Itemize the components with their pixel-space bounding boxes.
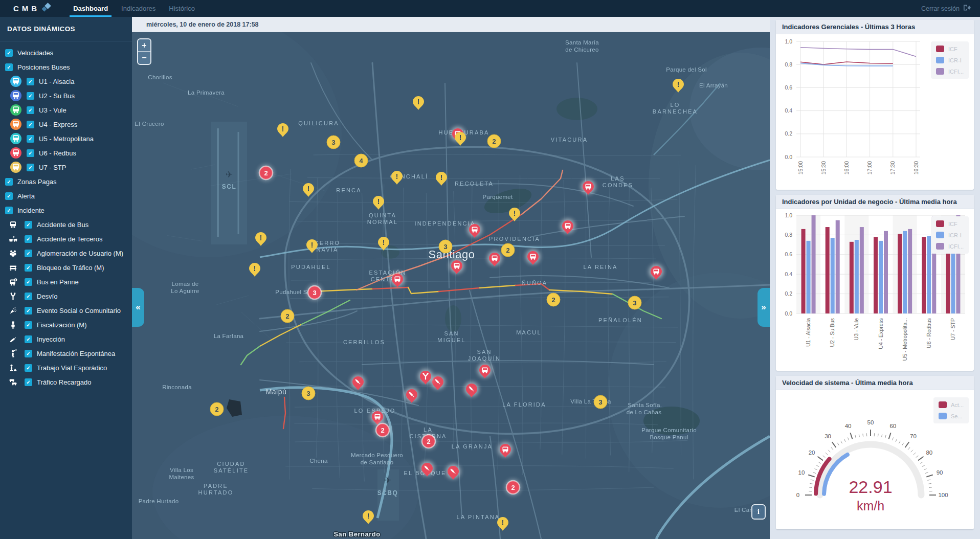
checkbox[interactable]: ✓ — [25, 278, 32, 286]
sidebar-item-velocidades[interactable]: ✓Velocidades — [0, 46, 132, 60]
svg-text:0.8: 0.8 — [785, 61, 792, 68]
sidebar-item-desv-o[interactable]: ✓Desvío — [0, 289, 132, 303]
checkbox[interactable]: ✓ — [25, 378, 32, 386]
zoom-out-button[interactable]: − — [138, 52, 150, 64]
sidebar-item-u4-express[interactable]: ✓U4 - Express — [0, 117, 132, 131]
collapse-panel-button[interactable]: » — [758, 288, 770, 327]
svg-text:50: 50 — [867, 419, 874, 425]
alert-cluster[interactable]: 3 — [628, 296, 641, 309]
checkbox[interactable]: ✓ — [27, 149, 34, 157]
incident-cluster[interactable]: 2 — [421, 434, 436, 449]
gauge-unit: km/h — [857, 499, 884, 513]
legend-item[interactable]: ICF — [936, 46, 964, 52]
checkbox[interactable]: ✓ — [25, 335, 32, 343]
sidebar-item-zonas-pagas[interactable]: ✓Zonas Pagas — [0, 174, 132, 189]
svg-text:!: ! — [514, 209, 516, 217]
alert-cluster[interactable]: 2 — [281, 309, 294, 323]
checkbox[interactable]: ✓ — [27, 78, 34, 85]
sidebar-item-u5-metropolitana[interactable]: ✓U5 - Metropolitana — [0, 131, 132, 146]
bar — [801, 229, 806, 313]
sidebar-item-trabajo-vial-espor-dico[interactable]: ✓Trabajo Vial Esporádico — [0, 361, 132, 375]
svg-text:!: ! — [254, 264, 256, 273]
alert-cluster[interactable]: 4 — [354, 154, 368, 167]
incident-cluster[interactable]: 2 — [375, 422, 390, 438]
incident-cluster[interactable]: 2 — [258, 165, 274, 181]
alert-cluster[interactable]: 2 — [210, 402, 224, 416]
sidebar-item-alerta[interactable]: ✓Alerta — [0, 189, 132, 203]
map-label: Maipú — [266, 388, 287, 396]
legend-item[interactable]: Se... — [939, 413, 964, 419]
bus-line-icon — [10, 90, 21, 101]
legend-item[interactable]: ICR-I — [936, 232, 964, 238]
map-svg[interactable]: ChorillosLa PrimaveraEl CruceroSanta Mar… — [132, 32, 770, 539]
checkbox[interactable]: ✓ — [5, 63, 13, 71]
alert-cluster[interactable]: 2 — [487, 134, 501, 148]
sidebar-item-incidente[interactable]: ✓Incidente — [0, 203, 132, 217]
alert-cluster[interactable]: 3 — [302, 387, 315, 400]
nav-tab-dashboard[interactable]: Dashboard — [66, 0, 115, 17]
legend-item[interactable]: ICF — [936, 220, 964, 227]
checkbox[interactable]: ✓ — [25, 293, 32, 300]
sidebar-item-accidente-de-bus[interactable]: ✓Accidente de Bus — [0, 217, 132, 232]
checkbox[interactable]: ✓ — [27, 121, 34, 128]
sidebar-item-accidente-de-terceros[interactable]: ✓Accidente de Terceros — [0, 232, 132, 246]
alert-cluster[interactable]: 3 — [327, 136, 340, 149]
svg-text:!: ! — [383, 238, 385, 246]
nav-tab-histórico[interactable]: Histórico — [162, 0, 202, 17]
alert-cluster[interactable]: 2 — [501, 243, 515, 257]
sidebar-item-bus-en-panne[interactable]: ✓Bus en Panne — [0, 275, 132, 289]
checkbox[interactable]: ✓ — [27, 164, 34, 171]
sidebar-item-manifestaci-n-espont-nea[interactable]: ✓Manifestación Espontánea — [0, 346, 132, 361]
legend-item[interactable]: Act... — [939, 401, 964, 408]
sidebar-item-fiscalizaci-n-m[interactable]: ✓Fiscalización (M) — [0, 318, 132, 332]
checkbox[interactable]: ✓ — [25, 350, 32, 357]
zoom-in-button[interactable]: + — [138, 39, 150, 52]
bus-accident-icon — [7, 220, 18, 229]
legend-item[interactable]: ICFI... — [936, 243, 964, 250]
checkbox[interactable]: ✓ — [5, 192, 13, 200]
checkbox[interactable]: ✓ — [25, 264, 32, 272]
logout-icon — [963, 4, 971, 13]
map-canvas[interactable]: + − « » i ChorillosLa PrimaveraEl Crucer… — [132, 32, 770, 539]
checkbox[interactable]: ✓ — [25, 307, 32, 315]
svg-text:40: 40 — [845, 423, 852, 429]
logout-button[interactable]: Cerrar sesión — [921, 4, 971, 13]
sidebar-item-u3-vule[interactable]: ✓U3 - Vule — [0, 103, 132, 117]
checkbox[interactable]: ✓ — [25, 321, 32, 329]
sidebar-item-posiciones-buses[interactable]: ✓Posiciones Buses — [0, 60, 132, 74]
legend-item[interactable]: ICFI... — [936, 68, 964, 75]
checkbox[interactable]: ✓ — [27, 106, 34, 114]
alert-cluster[interactable]: 2 — [547, 293, 560, 306]
collapse-sidebar-button[interactable]: « — [132, 288, 144, 327]
legend-item[interactable]: ICR-I — [936, 57, 964, 63]
checkbox[interactable]: ✓ — [5, 207, 13, 214]
nav-tab-indicadores[interactable]: Indicadores — [115, 0, 162, 17]
sidebar-item-evento-social-o-comunitario[interactable]: ✓Evento Social o Comunitario — [0, 303, 132, 318]
sidebar-item-inyecci-n[interactable]: ✓Inyección — [0, 332, 132, 346]
checkbox[interactable]: ✓ — [5, 178, 13, 186]
map-label: NAVIA — [316, 246, 338, 253]
sidebar-item-u6-redbus[interactable]: ✓U6 - Redbus — [0, 146, 132, 160]
checkbox[interactable]: ✓ — [5, 49, 13, 57]
checkbox[interactable]: ✓ — [25, 235, 32, 243]
checkbox[interactable]: ✓ — [25, 221, 32, 229]
checkbox[interactable]: ✓ — [27, 92, 34, 100]
alert-cluster[interactable]: 3 — [439, 240, 452, 253]
alert-cluster[interactable]: 3 — [594, 395, 607, 409]
bar — [836, 220, 840, 313]
checkbox[interactable]: ✓ — [25, 364, 32, 372]
legend-label: ICF — [948, 46, 957, 52]
sidebar-item-aglomeraci-n-de-usuario-m[interactable]: ✓Aglomeración de Usuario (M) — [0, 246, 132, 260]
sidebar-item-bloqueo-de-tr-fico-m[interactable]: ✓Bloqueo de Tráfico (M) — [0, 260, 132, 275]
checkbox[interactable]: ✓ — [25, 250, 32, 257]
checkbox[interactable]: ✓ — [27, 135, 34, 143]
legend-swatch — [936, 57, 944, 63]
sidebar-item-u1-alsacia[interactable]: ✓U1 - Alsacia — [0, 74, 132, 88]
sidebar-item-tr-fico-recargado[interactable]: ✓Tráfico Recargado — [0, 375, 132, 389]
sidebar-item-u2-su-bus[interactable]: ✓U2 - Su Bus — [0, 88, 132, 103]
map-info-button[interactable]: i — [751, 504, 766, 520]
sidebar-item-u7-stp[interactable]: ✓U7 - STP — [0, 160, 132, 174]
incident-cluster[interactable]: 3 — [307, 285, 322, 300]
incident-cluster[interactable]: 2 — [505, 480, 521, 495]
map-label: Santiago — [429, 248, 475, 261]
